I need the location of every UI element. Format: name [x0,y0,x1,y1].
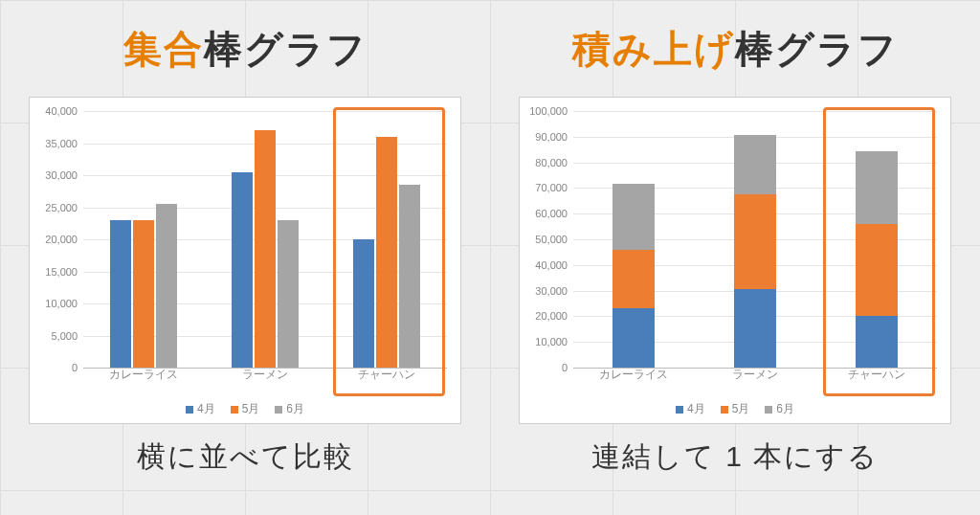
legend-swatch-1 [186,406,193,414]
y-tick-label: 80,000 [520,157,568,168]
y-tick-label: 15,000 [30,266,78,278]
y-tick-label: 35,000 [30,138,78,149]
left-column: 集合棒グラフ 4月 5月 6月 05,00010,00015,00020,000… [0,0,490,477]
legend: 4月 5月 6月 [520,401,950,417]
x-tick-label: カレーライス [599,367,668,383]
y-tick-label: 100,000 [520,105,568,117]
y-tick-label: 30,000 [30,169,78,181]
legend-swatch-3 [275,406,282,414]
legend-label-2: 5月 [732,401,750,417]
y-tick-label: 30,000 [520,285,568,297]
right-caption: 連結して 1 本にする [591,437,879,477]
x-tick-label: カレーライス [109,367,178,383]
stacked-bar-chart: 4月 5月 6月 010,00020,00030,00040,00050,000… [519,97,951,424]
x-tick-label: ラーメン [242,367,288,383]
legend-swatch-2 [231,406,238,414]
highlight-box [823,107,935,396]
bar [255,130,276,368]
y-tick-label: 70,000 [520,182,568,193]
y-tick-label: 5,000 [30,330,78,342]
y-tick-label: 20,000 [520,310,568,322]
legend-item-1: 4月 [676,401,705,417]
y-tick-label: 90,000 [520,131,568,143]
bar [278,220,299,368]
legend-label-1: 4月 [197,401,215,417]
y-tick-label: 50,000 [520,234,568,245]
bar [156,204,177,368]
highlight-box [333,107,445,396]
y-tick-label: 0 [30,362,78,373]
bar-segment [612,250,655,309]
right-title-plain: 棒グラフ [735,28,899,70]
legend-item-1: 4月 [186,401,215,417]
legend-label-3: 6月 [776,401,794,417]
y-tick-label: 0 [520,362,568,373]
bar-segment [612,308,655,368]
left-title-accent: 集合 [123,28,204,70]
bar [232,172,253,368]
legend-item-3: 6月 [765,401,794,417]
left-title: 集合棒グラフ [123,23,368,76]
clustered-bar-chart: 4月 5月 6月 05,00010,00015,00020,00025,0003… [29,97,461,424]
legend-swatch-2 [721,406,728,414]
legend-label-2: 5月 [242,401,260,417]
legend-item-2: 5月 [721,401,750,417]
left-caption: 横に並べて比較 [137,437,354,477]
y-tick-label: 20,000 [30,234,78,245]
left-title-plain: 棒グラフ [204,28,368,70]
bar-segment [734,194,776,289]
y-tick-label: 10,000 [30,298,78,309]
legend-swatch-1 [676,406,683,414]
y-tick-label: 25,000 [30,202,78,213]
y-tick-label: 10,000 [520,336,568,347]
bar-segment [734,135,776,194]
bar [133,220,154,368]
legend-swatch-3 [765,406,772,414]
y-tick-label: 60,000 [520,208,568,219]
legend-item-3: 6月 [275,401,304,417]
legend-label-3: 6月 [286,401,304,417]
x-tick-label: ラーメン [732,367,778,383]
legend: 4月 5月 6月 [30,401,460,417]
bar-segment [612,184,655,249]
y-tick-label: 40,000 [30,105,78,117]
right-title: 積み上げ棒グラフ [572,23,899,76]
bar-segment [734,289,776,368]
y-tick-label: 40,000 [520,259,568,271]
bar [110,220,131,368]
right-title-accent: 積み上げ [572,28,735,70]
right-column: 積み上げ棒グラフ 4月 5月 6月 010,00020,00030,00040,… [490,0,980,477]
legend-label-1: 4月 [687,401,705,417]
legend-item-2: 5月 [231,401,260,417]
